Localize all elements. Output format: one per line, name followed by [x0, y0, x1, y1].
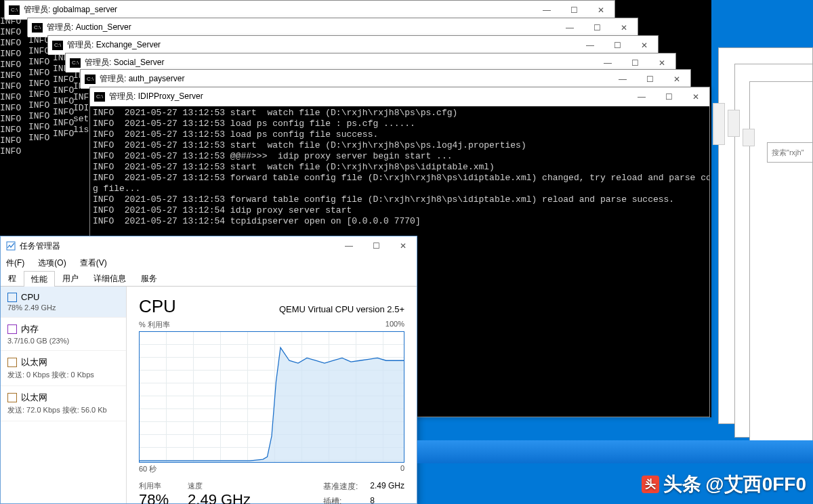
sidebar-item-ethernet-1[interactable]: 以太网 发送: 72.0 Kbps 接收: 56.0 Kb — [1, 386, 126, 421]
minimize-button[interactable]: — — [335, 236, 362, 255]
window-title: 管理员: Exchange_Server — [67, 39, 161, 51]
base-speed-label: 基准速度: — [323, 481, 358, 495]
window-title: 管理员: Social_Server — [85, 57, 164, 68]
console-authpay: C:\ 管理员: auth_payserver — ☐ ✕ — [80, 69, 691, 88]
minimize-button[interactable]: — — [609, 70, 636, 89]
close-button[interactable]: ✕ — [390, 236, 417, 255]
cmd-icon: C:\ — [32, 23, 43, 33]
watermark: 头 头条 @艾西0FF0 — [642, 471, 806, 497]
close-button[interactable]: ✕ — [682, 87, 709, 106]
task-manager-title: 任务管理器 — [20, 240, 60, 252]
scrollbar[interactable] — [728, 110, 740, 137]
menu-options[interactable]: 选项(O) — [35, 256, 68, 270]
console-globalmap: C:\ 管理员: globalmap_server — ☐ ✕ — [4, 0, 615, 19]
toutiao-logo-icon: 头 — [642, 476, 659, 493]
window-title: 管理员: Auction_Server — [47, 22, 131, 33]
util-value: 78% — [139, 491, 169, 504]
maximize-button[interactable]: ☐ — [604, 36, 631, 55]
maximize-button[interactable]: ☐ — [583, 18, 610, 37]
window-title: 管理员: IDIPProxy_Server — [109, 91, 203, 102]
tab-details[interactable]: 详细信息 — [86, 270, 133, 286]
sockets-value: 8 — [370, 496, 404, 505]
cmd-icon: C:\ — [52, 41, 63, 50]
minimize-button[interactable]: — — [556, 18, 583, 37]
menu-file[interactable]: 件(F) — [3, 256, 27, 270]
processor-name: QEMU Virtual CPU version 2.5+ — [279, 304, 404, 314]
cpu-graph[interactable] — [139, 331, 404, 463]
cpu-header: CPU — [139, 296, 176, 317]
base-speed-value: 2.49 GHz — [370, 481, 404, 495]
menu-bar[interactable]: 件(F) 选项(O) 查看(V) — [1, 255, 417, 270]
cmd-icon: C:\ — [94, 92, 105, 102]
close-button[interactable]: ✕ — [631, 36, 658, 55]
svg-rect-0 — [7, 242, 15, 250]
cpu-thumb-icon — [7, 293, 17, 302]
maximize-button[interactable]: ☐ — [362, 236, 390, 255]
perf-sidebar: CPU 78% 2.49 GHz 内存 3.7/16.0 GB (23%) 以太… — [1, 287, 127, 503]
close-button[interactable]: ✕ — [663, 70, 690, 89]
graph-ylabel-left: % 利用率 — [139, 320, 170, 330]
cmd-icon: C:\ — [9, 5, 20, 15]
util-label: 利用率 — [139, 481, 169, 491]
window-title: 管理员: auth_payserver — [100, 73, 184, 85]
log-overspill-2: INFO INFO INFO INFO INFO INFO INFO INFO … — [28, 35, 49, 144]
task-manager-window: 任务管理器 — ☐ ✕ 件(F) 选项(O) 查看(V) 程 性能 用户 详细信… — [0, 236, 417, 504]
tab-services[interactable]: 服务 — [133, 270, 165, 286]
menu-view[interactable]: 查看(V) — [77, 256, 110, 270]
console-auction: C:\ 管理员: Auction_Server — ☐ ✕ — [27, 18, 638, 37]
speed-label: 速度 — [188, 481, 251, 491]
cmd-icon: C:\ — [70, 58, 81, 68]
net-thumb-icon — [7, 358, 17, 367]
tab-users[interactable]: 用户 — [55, 270, 86, 286]
taskbar[interactable] — [417, 440, 813, 463]
close-button[interactable]: ✕ — [610, 18, 638, 37]
window-title: 管理员: globalmap_server — [24, 4, 117, 16]
task-manager-icon — [6, 241, 16, 251]
close-button[interactable]: ✕ — [587, 1, 614, 20]
tab-performance[interactable]: 性能 — [24, 271, 55, 287]
minimize-button[interactable]: — — [628, 87, 655, 106]
tm-tabs: 程 性能 用户 详细信息 服务 — [1, 270, 417, 287]
sidebar-item-ethernet-0[interactable]: 以太网 发送: 0 Kbps 接收: 0 Kbps — [1, 351, 126, 386]
maximize-button[interactable]: ☐ — [655, 87, 682, 106]
maximize-button[interactable]: ☐ — [560, 1, 587, 20]
memory-thumb-icon — [7, 324, 17, 334]
log-overspill-1: INFO INFO INFO INFO INFO INFO INFO INFO … — [0, 16, 21, 157]
minimize-button[interactable]: — — [577, 36, 604, 55]
minimize-button[interactable]: — — [533, 1, 560, 20]
search-field[interactable]: 搜索"rxjh" — [767, 142, 813, 163]
net-thumb-icon — [7, 393, 17, 402]
speed-value: 2.49 GHz — [188, 491, 251, 504]
sockets-label: 插槽: — [323, 496, 358, 505]
maximize-button[interactable]: ☐ — [636, 70, 663, 89]
tab-processes[interactable]: 程 — [1, 270, 24, 286]
graph-xlabel-left: 60 秒 — [139, 464, 157, 474]
scrollbar[interactable] — [713, 103, 725, 145]
cmd-icon: C:\ — [85, 75, 96, 84]
sidebar-item-cpu[interactable]: CPU 78% 2.49 GHz — [1, 287, 126, 318]
console-exchange: C:\ 管理员: Exchange_Server — ☐ ✕ — [47, 35, 659, 54]
sidebar-item-memory[interactable]: 内存 3.7/16.0 GB (23%) — [1, 318, 126, 351]
graph-ylabel-right: 100% — [385, 320, 404, 330]
scrollbar[interactable] — [743, 129, 755, 146]
graph-xlabel-right: 0 — [400, 464, 404, 474]
